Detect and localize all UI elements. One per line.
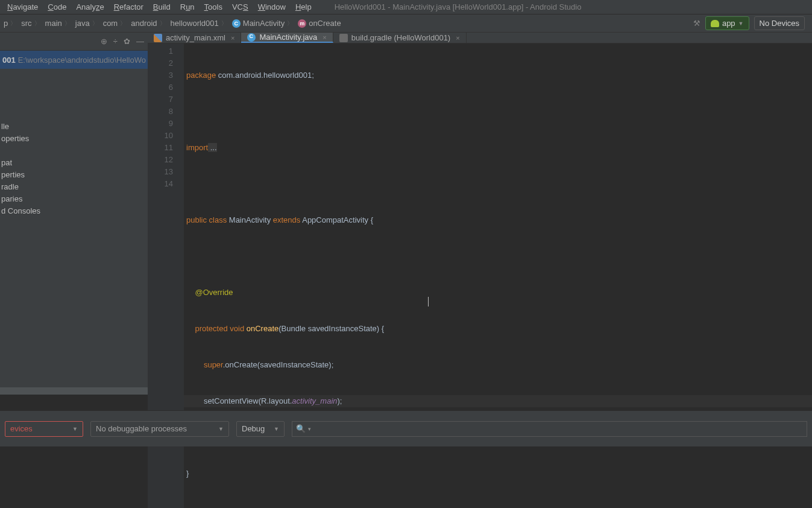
android-icon: [711, 20, 719, 27]
class-icon: C: [232, 19, 241, 28]
chevron-right-icon: 〉: [120, 19, 126, 28]
run-config-selector[interactable]: app▼: [705, 16, 749, 30]
crumb-com[interactable]: com〉: [102, 19, 130, 28]
dropdown-icon: ▼: [72, 426, 78, 432]
dropdown-icon: ▼: [738, 21, 744, 27]
java-class-icon: [247, 33, 256, 42]
gear-icon[interactable]: ✿: [124, 37, 130, 46]
menu-tools[interactable]: Tools: [200, 1, 227, 13]
tab-build-gradle[interactable]: build.gradle (HelloWorld001)×: [333, 33, 467, 43]
dropdown-icon: ▼: [274, 426, 279, 432]
method-icon: m: [298, 19, 306, 28]
menu-analyze[interactable]: Analyze: [71, 1, 109, 13]
menubar: NNavigateavigate Code Analyze Refactor B…: [0, 0, 812, 14]
dropdown-icon: ▼: [218, 426, 224, 432]
project-toolbar: ⊕ ÷ ✿ —: [0, 33, 148, 51]
chevron-right-icon: 〉: [34, 19, 40, 28]
debug-bar: evices▼ No debuggable processes▼ Debug▼ …: [0, 410, 812, 446]
menu-build[interactable]: Build: [148, 1, 175, 13]
window-title: HelloWorld001 - MainActivity.java [Hello…: [335, 2, 582, 11]
tree-item[interactable]: d Consoles: [0, 205, 148, 217]
process-dropdown[interactable]: No debuggable processes▼: [90, 421, 229, 437]
editor: activity_main.xml× MainActivity.java× bu…: [148, 33, 812, 395]
search-icon: 🔍: [296, 424, 306, 433]
menu-window[interactable]: Window: [253, 1, 291, 13]
menu-refactor[interactable]: Refactor: [109, 1, 148, 13]
tree-item[interactable]: lle: [0, 120, 148, 132]
text-cursor: [428, 297, 429, 306]
close-icon[interactable]: ×: [323, 34, 326, 41]
tab-mainactivity[interactable]: MainActivity.java×: [241, 33, 333, 43]
chevron-right-icon: 〉: [10, 19, 16, 28]
chevron-right-icon: 〉: [160, 19, 166, 28]
close-icon[interactable]: ×: [231, 34, 234, 42]
horizontal-scrollbar[interactable]: [0, 387, 148, 395]
logcat-search[interactable]: 🔍▾: [292, 421, 807, 437]
chevron-right-icon: 〉: [65, 19, 71, 28]
menu-vcs[interactable]: VCS: [227, 1, 253, 13]
chevron-right-icon: 〉: [221, 19, 227, 28]
crumb-android[interactable]: android〉: [130, 19, 169, 28]
tab-activity-main[interactable]: activity_main.xml×: [148, 33, 241, 43]
build-icon[interactable]: ⚒: [693, 19, 700, 28]
project-root[interactable]: 001E:\workspace\androidstudio\HelloWo: [0, 51, 148, 69]
minimize-icon[interactable]: —: [136, 37, 144, 46]
tree-item[interactable]: paries: [0, 192, 148, 205]
tree-item[interactable]: operties: [0, 132, 148, 144]
chevron-right-icon: 〉: [287, 19, 293, 28]
dropdown-icon: ▾: [308, 426, 311, 432]
devices-dropdown[interactable]: evices▼: [5, 421, 83, 437]
menu-code[interactable]: Code: [43, 1, 71, 13]
target-icon[interactable]: ⊕: [101, 37, 107, 46]
crumb-java[interactable]: java〉: [74, 19, 102, 28]
crumb-class[interactable]: CMainActivity〉: [231, 19, 297, 28]
tree-item[interactable]: perties: [0, 168, 148, 180]
menu-navigate[interactable]: NNavigateavigate: [2, 1, 43, 13]
menu-help[interactable]: Help: [291, 1, 316, 13]
xml-file-icon: [154, 34, 162, 42]
crumb-main[interactable]: main〉: [44, 19, 74, 28]
project-tree[interactable]: lle operties pat perties radle paries d …: [0, 120, 148, 387]
tree-item[interactable]: radle: [0, 180, 148, 192]
menu-run[interactable]: Run: [175, 1, 200, 13]
tree-item[interactable]: pat: [0, 156, 148, 168]
chevron-right-icon: 〉: [92, 19, 98, 28]
crumb-src[interactable]: src〉: [20, 19, 43, 28]
debug-mode-dropdown[interactable]: Debug▼: [236, 421, 285, 437]
editor-tabs: activity_main.xml× MainActivity.java× bu…: [148, 33, 812, 43]
sort-icon[interactable]: ÷: [113, 37, 118, 46]
tree-item[interactable]: [0, 144, 148, 156]
crumb-method[interactable]: monCreate: [297, 19, 342, 28]
navbar: p〉 src〉 main〉 java〉 com〉 android〉 hellow…: [0, 14, 812, 33]
crumb-helloworld[interactable]: helloworld001〉: [169, 19, 231, 28]
crumb-p[interactable]: p〉: [2, 19, 20, 28]
device-selector[interactable]: No Devices: [754, 16, 805, 30]
gradle-file-icon: [339, 34, 348, 42]
close-icon[interactable]: ×: [456, 34, 459, 42]
project-panel: ⊕ ÷ ✿ — 001E:\workspace\androidstudio\He…: [0, 33, 148, 395]
